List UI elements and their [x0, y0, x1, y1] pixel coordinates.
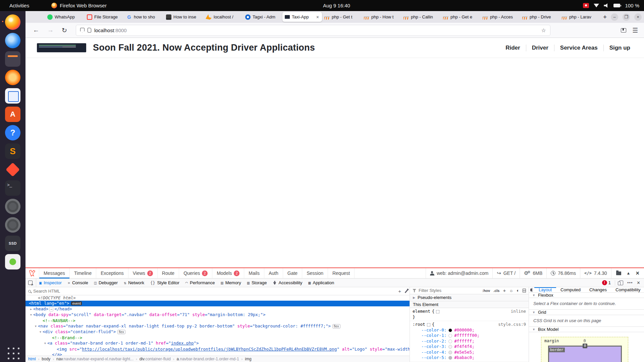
responsive-design-mode-icon[interactable]	[619, 281, 623, 285]
add-node-button[interactable]: +	[398, 288, 401, 294]
color-swatch-icon[interactable]	[448, 345, 452, 349]
twisty-icon[interactable]: ▶	[29, 307, 33, 312]
markup-row[interactable]: <!--Brand-->	[25, 335, 410, 341]
site-nav-link-sign-up[interactable]: Sign up	[604, 45, 636, 51]
markup-row[interactable]: ▼<nav class="navbar navbar-expand-xl nav…	[25, 323, 410, 329]
browser-tab-php-get-t[interactable]: php - Get t	[322, 12, 362, 22]
flexbox-section-header[interactable]: ▼Flexbox	[529, 293, 644, 298]
markup-row[interactable]: </a>	[25, 352, 410, 356]
devtools-tab-inspector[interactable]: ▣Inspector	[36, 279, 65, 287]
browser-tab-php-get-e[interactable]: php - Get e	[441, 12, 480, 22]
breadcrumb-item-body[interactable]: body	[42, 357, 50, 361]
tab-close-icon[interactable]: ×	[316, 14, 320, 20]
browser-tab-tagxi-adm[interactable]: Tagxi - Adm	[243, 12, 282, 22]
markup-row[interactable]: <img src="http://localhost/taxi/public/s…	[25, 347, 410, 352]
menu-button[interactable]: ☰	[632, 26, 638, 34]
sidebar-tab-changes[interactable]: Changes	[585, 287, 611, 292]
browser-tab-how-to-sho[interactable]: Ghow to sho	[124, 12, 164, 22]
highlight-selector-icon[interactable]	[436, 310, 439, 313]
box-model-border[interactable]: border 0	[548, 346, 622, 362]
twisty-icon[interactable]: ▼	[29, 312, 33, 318]
rule-location-link[interactable]: style.css:9	[498, 322, 526, 327]
rule-location[interactable]: inline	[511, 309, 526, 314]
browser-tab-php-callin[interactable]: php - Callin	[401, 12, 441, 22]
bookmark-star-icon[interactable]: ☆	[541, 27, 546, 34]
dock-icon-app-grid[interactable]	[6, 346, 19, 359]
site-nav-link-rider[interactable]: Rider	[500, 45, 526, 51]
debugbar-tab-messages[interactable]: Messages	[39, 268, 70, 278]
pseudo-elements-header[interactable]: ▶Pseudo-elements	[410, 294, 529, 301]
breadcrumb-item-img[interactable]: img	[245, 357, 251, 361]
add-rule-button[interactable]: +	[503, 288, 506, 293]
save-to-library-icon[interactable]	[621, 28, 626, 33]
debugbar-close-icon[interactable]: ×	[636, 270, 639, 276]
toggle-classes-button[interactable]: .cls	[493, 289, 499, 293]
toggle-hover-button[interactable]: :hov	[482, 289, 490, 293]
activities-button[interactable]: Activities	[9, 3, 29, 8]
restore-button[interactable]: ❐	[623, 13, 630, 21]
margin-value[interactable]: 0	[541, 339, 628, 343]
box-model-section-header[interactable]: ▼Box Model	[529, 327, 644, 332]
twisty-icon[interactable]: ▼	[43, 341, 47, 346]
dock-icon-sublime-text[interactable]: S	[5, 143, 20, 159]
minimize-button[interactable]: –	[611, 13, 618, 21]
dark-theme-icon[interactable]: ◐	[517, 288, 519, 293]
dock-icon-rhythmbox[interactable]	[5, 70, 20, 85]
sidebar-tab-layout[interactable]: Layout	[534, 287, 556, 292]
css-variable-row[interactable]: --color-4:#e5e5e5;	[413, 350, 526, 355]
breadcrumb-item-div[interactable]: div.container-fluid	[140, 357, 171, 361]
devtools-tab-style-editor[interactable]: {}Style Editor	[147, 279, 182, 287]
grid-section-header[interactable]: ▼Grid	[529, 310, 644, 315]
dock-icon-terminal[interactable]: >_	[5, 180, 20, 196]
dock-icon-settings-a[interactable]	[5, 199, 20, 214]
css-variable-row[interactable]: --color-0:#000000;	[413, 327, 526, 333]
browser-tab-php-acces[interactable]: php - Acces	[480, 12, 520, 22]
css-variable-row[interactable]: --color-2:#ffffff;	[413, 339, 526, 344]
css-variable-row[interactable]: --color-3:#f4f4f4;	[413, 344, 526, 350]
close-button[interactable]: ×	[634, 13, 642, 21]
dock-icon-cheese[interactable]	[5, 254, 20, 269]
browser-tab-localhost-[interactable]: localhost /	[203, 12, 243, 22]
debugbar-tab-session[interactable]: Session	[302, 268, 328, 278]
css-variable-row[interactable]: --color-5:#babac0;	[413, 355, 526, 361]
back-button[interactable]: ←	[29, 26, 43, 34]
reload-button[interactable]: ↻	[58, 26, 71, 34]
sidebar-toggle-icon[interactable]	[532, 288, 532, 292]
clock[interactable]: Aug 9 16:40	[323, 3, 350, 8]
debugbar-tab-route[interactable]: Route	[158, 268, 179, 278]
devtools-tab-performance[interactable]: ◠Performance	[182, 279, 218, 287]
search-html-bar[interactable]: Search HTML +	[25, 287, 410, 295]
markup-row[interactable]: <!DOCTYPE html>	[25, 295, 410, 301]
sidebar-tab-computed[interactable]: Computed	[556, 287, 585, 292]
markup-row[interactable]: ▼<body data-spy="scroll" data-target=".n…	[25, 312, 410, 318]
box-model-margin[interactable]: margin 0 border 0	[541, 337, 628, 362]
devtools-tab-network[interactable]: ⇅Network	[121, 279, 147, 287]
breadcrumb-item-nav[interactable]: nav.navbar.navbar-expand-xl.navbar-light…	[56, 357, 133, 361]
dock-icon-settings-b[interactable]	[5, 217, 20, 233]
debugbar-tab-models[interactable]: Models2	[212, 268, 244, 278]
devtools-close-icon[interactable]: ×	[637, 280, 640, 286]
debugbar-tab-exceptions[interactable]: Exceptions	[96, 268, 128, 278]
browser-tab-whatsapp[interactable]: WhatsApp	[45, 12, 85, 22]
collapse-icon[interactable]: ▲	[627, 271, 631, 276]
devtools-tab-application[interactable]: ▦Application	[305, 279, 337, 287]
devtools-tab-debugger[interactable]: ◫Debugger	[91, 279, 121, 287]
light-theme-icon[interactable]: ☼	[509, 288, 513, 293]
dock-icon-ubuntu-software[interactable]: A	[5, 107, 20, 122]
dock-icon-libreoffice-writer[interactable]	[5, 88, 20, 104]
site-logo-image[interactable]	[37, 43, 86, 52]
highlight-selector-icon[interactable]	[427, 323, 430, 326]
dock-icon-help[interactable]: ?	[5, 125, 20, 140]
color-swatch-icon[interactable]	[448, 328, 452, 332]
color-swatch-icon[interactable]	[448, 340, 452, 343]
site-nav-link-service-areas[interactable]: Service Areas	[554, 45, 603, 51]
url-bar[interactable]: localhost:8000 ☆	[76, 25, 550, 36]
browser-tab-php-drive[interactable]: php - Drive	[520, 12, 559, 22]
markup-row[interactable]: ▶<head>⋯</head>	[25, 306, 410, 312]
page-info-icon[interactable]	[88, 28, 91, 33]
site-nav-link-driver[interactable]: Driver	[526, 45, 554, 51]
error-count[interactable]: ! 1	[602, 280, 611, 285]
markup-row[interactable]: ▼<a class="navbar-brand order-1 order-md…	[25, 341, 410, 346]
css-variable-row[interactable]: --color-1:#ffffff00;	[413, 333, 526, 339]
system-tray[interactable]: 100 %	[583, 3, 639, 8]
